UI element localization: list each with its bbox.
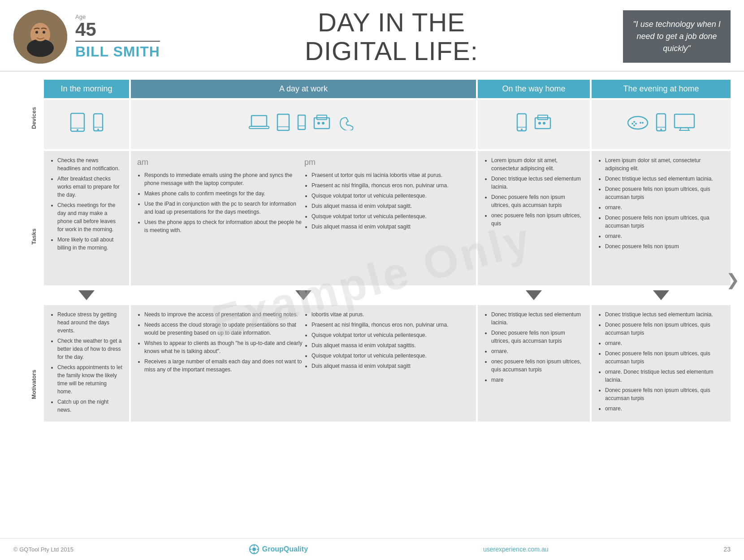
morning-motivators: Reduce stress by getting head around the… (44, 305, 129, 422)
work-tasks: am Responds to immediate emails using th… (131, 151, 476, 285)
arrow-morning (44, 287, 129, 303)
grid-wrap: In the morning A day at work On the way … (44, 80, 731, 452)
devices-row (44, 100, 731, 149)
svg-point-31 (633, 125, 635, 126)
svg-rect-6 (71, 113, 84, 131)
on-way-home-devices (478, 100, 590, 149)
main-content: Devices Tasks Motivators In the morning … (0, 72, 744, 452)
svg-rect-14 (277, 114, 289, 130)
avatar (13, 10, 67, 64)
arrow-on-way-home (478, 287, 590, 303)
phone-icon (93, 113, 104, 136)
svg-point-27 (538, 122, 541, 125)
footer-copyright: © GQTool Pty Ltd 2015 (13, 546, 74, 553)
column-headers: In the morning A day at work On the way … (44, 80, 731, 98)
gamepad-icon (627, 115, 649, 134)
svg-point-30 (633, 121, 635, 123)
tasks-row: Checks the news headlines and notificati… (44, 151, 731, 285)
fax2-icon (534, 114, 551, 134)
svg-point-4 (35, 31, 38, 34)
arrow-work (131, 287, 476, 303)
row-label-tasks: Tasks (27, 156, 40, 317)
laptop-icon (249, 114, 269, 135)
col-header-morning: In the morning (44, 80, 129, 98)
svg-point-8 (77, 129, 78, 131)
person-info: Age 45 BILL SMITH (75, 13, 160, 60)
phone4-icon (656, 113, 666, 136)
on-way-home-motivators: Donec tristique lectus sed elementum lac… (478, 305, 590, 422)
motivators-row: Reduce stress by getting head around the… (44, 305, 731, 422)
footer: © GQTool Pty Ltd 2015 GroupQuality usere… (0, 538, 744, 560)
work-tasks-pm: pm Praesent ut tortor quis mi lacinia lo… (304, 156, 470, 280)
work-motivators-pm: lobortis vitae at purus. Praesent ac nis… (304, 310, 470, 416)
svg-point-32 (632, 123, 633, 125)
phone3-icon (516, 113, 527, 136)
svg-point-44 (252, 547, 256, 551)
row-label-motivators: Motivators (27, 317, 40, 452)
row-labels: Devices Tasks Motivators (27, 80, 40, 452)
fax-icon (313, 114, 330, 134)
svg-rect-12 (251, 116, 267, 126)
evening-devices (592, 100, 731, 149)
morning-tasks: Checks the news headlines and notificati… (44, 151, 129, 285)
row-label-devices: Devices (27, 80, 40, 156)
svg-rect-13 (249, 126, 269, 129)
phone2-icon (297, 114, 306, 134)
svg-point-5 (43, 31, 45, 34)
work-motivators-am: Needs to improve the access of presentat… (137, 310, 303, 416)
svg-rect-39 (675, 114, 694, 128)
pm-label: pm (304, 156, 470, 168)
svg-point-11 (97, 129, 99, 130)
name-divider (75, 41, 160, 42)
svg-point-38 (660, 129, 662, 130)
work-tasks-am: am Responds to immediate emails using th… (137, 156, 303, 280)
footer-logo: GroupQuality (249, 544, 308, 555)
svg-point-28 (543, 122, 545, 125)
nav-arrow-right[interactable]: ❯ (726, 271, 740, 289)
age-value: 45 (75, 20, 160, 39)
main-title: DAY IN THE DIGITAL LIFE: (160, 8, 623, 65)
am-label: am (137, 156, 303, 168)
evening-tasks: Lorem ipsum dolor sit amet, consectetur … (592, 151, 731, 285)
svg-rect-36 (657, 114, 666, 131)
svg-point-35 (642, 122, 644, 124)
svg-point-2 (27, 39, 54, 57)
svg-rect-22 (517, 114, 526, 131)
footer-page: 23 (723, 546, 731, 553)
on-way-home-tasks: Lorem ipsum dolor sit amet, consectetur … (478, 151, 590, 285)
col-header-evening: The evening at home (592, 80, 731, 98)
arrow-row (44, 287, 731, 303)
svg-point-21 (322, 122, 324, 125)
tablet-icon (69, 112, 86, 136)
svg-point-29 (628, 116, 648, 129)
svg-point-20 (317, 122, 320, 125)
work-devices (131, 100, 476, 149)
svg-rect-16 (298, 115, 305, 129)
arrow-evening (592, 287, 731, 303)
header: Age 45 BILL SMITH DAY IN THE DIGITAL LIF… (0, 0, 744, 72)
col-header-work: A day at work (131, 80, 476, 98)
footer-logo-text: GroupQuality (262, 545, 308, 553)
svg-point-24 (521, 129, 523, 130)
monitor-icon (674, 113, 695, 135)
person-name: BILL SMITH (75, 43, 160, 60)
morning-devices (44, 100, 129, 149)
main-title-area: DAY IN THE DIGITAL LIFE: (160, 8, 623, 65)
svg-point-33 (635, 123, 637, 125)
quote-box: "I use technology when I need to get a j… (623, 10, 731, 63)
col-header-on-way-home: On the way home (478, 80, 590, 98)
footer-link[interactable]: userexperience.com.au (483, 546, 549, 553)
svg-rect-9 (94, 114, 103, 131)
tablet2-icon (277, 113, 290, 135)
evening-motivators: Donec tristique lectus sed elementum lac… (592, 305, 731, 422)
telephone-icon (337, 114, 358, 134)
svg-point-34 (640, 122, 641, 124)
work-motivators: Needs to improve the access of presentat… (131, 305, 476, 422)
